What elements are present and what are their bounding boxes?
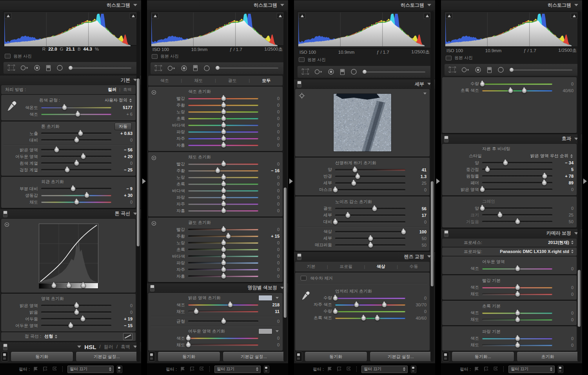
highlight-clipping-indicator[interactable]	[130, 13, 136, 19]
slider-handle[interactable]	[62, 105, 67, 110]
slider-handle[interactable]	[368, 243, 373, 248]
slider-handle[interactable]	[515, 317, 520, 322]
crop-tool-icon[interactable]	[448, 66, 456, 73]
slider-track[interactable]	[482, 287, 552, 288]
panel-switch-icon[interactable]	[149, 351, 155, 362]
spot-removal-tool-icon[interactable]	[461, 67, 470, 73]
slider-handle[interactable]	[226, 234, 231, 239]
slider-track[interactable]	[188, 131, 258, 133]
slider-track[interactable]	[482, 312, 552, 314]
slider-handle[interactable]	[515, 219, 520, 224]
value-stepper-icon[interactable]	[256, 367, 258, 371]
panel-scrollbar[interactable]	[577, 11, 581, 362]
slider-handle[interactable]	[515, 285, 520, 290]
chromatic-aberration-checkbox[interactable]	[301, 276, 307, 280]
slider-track[interactable]	[188, 203, 258, 205]
style-select[interactable]: 밝은 영역 우선 순위	[530, 153, 573, 159]
original-photo-checkbox[interactable]	[446, 56, 452, 60]
slider-handle[interactable]	[221, 274, 226, 279]
panel-toggle-mini-icon[interactable]	[264, 366, 269, 373]
value-stepper-icon[interactable]	[550, 367, 552, 371]
filter-dropdown[interactable]: 필터 끄기	[67, 366, 114, 373]
flag-pick-icon[interactable]	[474, 366, 480, 372]
shadow-clipping-indicator[interactable]	[5, 13, 11, 19]
panel-toggle-icon[interactable]	[150, 285, 154, 291]
white-balance-select[interactable]: 사용자 정의	[105, 97, 132, 103]
panel-scrollbar[interactable]	[136, 11, 140, 362]
panel-collapse-arrow-icon[interactable]	[142, 178, 146, 184]
slider-handle[interactable]	[81, 154, 86, 159]
radial-filter-tool-icon[interactable]	[350, 69, 357, 75]
value-stepper-icon[interactable]	[109, 367, 111, 371]
panel-scrollbar[interactable]	[283, 11, 287, 362]
scrollbar-thumb[interactable]	[431, 181, 434, 286]
default-settings-button[interactable]: 기본값 설정...	[76, 351, 138, 362]
color-tab[interactable]: 컬러	[104, 344, 113, 350]
slider-track[interactable]	[482, 338, 552, 339]
slider-track[interactable]	[188, 177, 258, 178]
crop-tool-icon[interactable]	[7, 64, 15, 71]
slider-handle[interactable]	[228, 302, 233, 308]
edit-point-curve-button[interactable]	[123, 333, 132, 340]
slider-handle[interactable]	[221, 254, 226, 259]
slider-track[interactable]	[41, 305, 111, 306]
tone-curve-editor[interactable]	[39, 224, 98, 289]
slider-track[interactable]	[188, 320, 258, 322]
slider-handle[interactable]	[221, 182, 226, 187]
histogram-display[interactable]	[3, 11, 138, 46]
slider-handle[interactable]	[508, 88, 513, 93]
slider-track[interactable]	[188, 138, 258, 139]
flag-unflagged-icon[interactable]	[483, 366, 490, 372]
slider-track[interactable]	[335, 182, 405, 184]
slider-track[interactable]	[41, 325, 111, 326]
slider-handle[interactable]	[80, 317, 85, 322]
slider-handle[interactable]	[221, 103, 226, 108]
panel-header[interactable]: 톤 곡선	[0, 209, 141, 218]
slider-handle[interactable]	[361, 316, 366, 321]
slider-handle[interactable]	[515, 311, 520, 316]
slider-track[interactable]	[482, 162, 552, 164]
slider-track[interactable]	[335, 304, 405, 306]
slider-track[interactable]	[335, 317, 405, 319]
slider-track[interactable]	[482, 175, 552, 177]
slider-handle[interactable]	[352, 167, 358, 173]
flag-reject-icon[interactable]	[52, 366, 58, 372]
slider-track[interactable]	[335, 231, 405, 233]
default-settings-button[interactable]: 초기화	[517, 351, 579, 362]
slider-handle[interactable]	[221, 267, 226, 272]
slider-handle[interactable]	[401, 229, 406, 235]
panel-header[interactable]: 카메라 보정	[441, 228, 582, 238]
slider-track[interactable]	[335, 244, 405, 246]
slider-handle[interactable]	[503, 160, 508, 166]
slider-handle[interactable]	[221, 123, 226, 128]
graduated-filter-tool-icon[interactable]	[192, 65, 198, 71]
slider-track[interactable]	[188, 311, 258, 312]
slider-handle[interactable]	[372, 206, 377, 211]
slider-track[interactable]	[188, 111, 258, 113]
value-stepper-icon[interactable]	[570, 154, 573, 158]
slider-handle[interactable]	[485, 167, 490, 172]
slider-track[interactable]	[335, 311, 405, 312]
adjustment-brush-slider[interactable]	[510, 69, 572, 71]
value-stepper-icon[interactable]	[403, 367, 405, 371]
slider-track[interactable]	[482, 189, 552, 190]
default-settings-button[interactable]: 기본값 설정...	[223, 351, 285, 362]
slider-handle[interactable]	[221, 195, 226, 200]
shadow-clipping-indicator[interactable]	[152, 13, 158, 19]
highlight-clipping-indicator[interactable]	[277, 13, 283, 19]
flag-unflagged-icon[interactable]	[42, 366, 49, 372]
panel-toggle-icon[interactable]	[297, 81, 301, 87]
slider-track[interactable]	[41, 113, 111, 115]
curve-split-handle[interactable]	[81, 283, 86, 288]
slider-track[interactable]	[482, 90, 552, 91]
flag-reject-icon[interactable]	[493, 366, 499, 372]
slider-track[interactable]	[41, 195, 111, 196]
slider-handle[interactable]	[54, 147, 59, 153]
value-stepper-icon[interactable]	[55, 335, 57, 339]
slider-track[interactable]	[482, 268, 552, 269]
slider-track[interactable]	[482, 293, 552, 295]
slider-track[interactable]	[188, 304, 258, 306]
sync-button[interactable]: 동기화...	[452, 351, 514, 362]
slider-handle[interactable]	[221, 116, 226, 121]
value-stepper-icon[interactable]	[571, 249, 573, 253]
